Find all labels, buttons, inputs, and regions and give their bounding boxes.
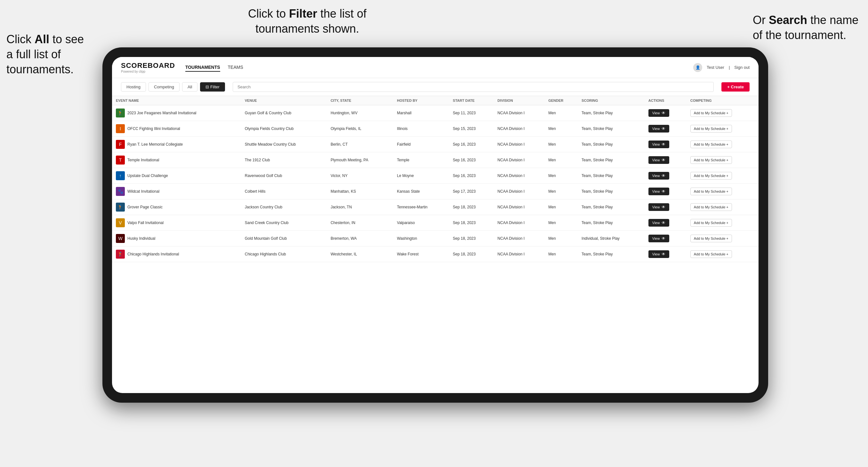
- cell-competing-8: Add to My Schedule +: [686, 231, 758, 246]
- cell-gender-6: Men: [545, 199, 578, 215]
- logo-area: SCOREBOARD Powered by clipp: [121, 61, 175, 73]
- filter-bar: Hosting Competing All ⊟ Filter + Create: [112, 78, 758, 96]
- view-label-1: View: [652, 127, 660, 131]
- cell-venue-0: Guyan Golf & Country Club: [241, 105, 327, 121]
- create-button[interactable]: + Create: [721, 82, 750, 92]
- cell-gender-1: Men: [545, 121, 578, 137]
- col-city-state: CITY, STATE: [327, 96, 393, 105]
- team-logo-6: 🏌: [116, 203, 125, 212]
- event-name-9: Chicago Highlands Invitational: [127, 252, 179, 256]
- eye-icon-5: 👁: [661, 189, 665, 194]
- cell-city-0: Huntington, WV: [327, 105, 393, 121]
- add-schedule-button-2[interactable]: Add to My Schedule +: [690, 141, 732, 148]
- view-button-8[interactable]: View 👁: [648, 235, 670, 242]
- cell-scoring-4: Team, Stroke Play: [578, 168, 645, 184]
- cell-date-5: Sep 17, 2023: [449, 184, 494, 199]
- cell-venue-2: Shuttle Meadow Country Club: [241, 137, 327, 152]
- nav-links: TOURNAMENTS TEAMS: [185, 63, 693, 72]
- cell-event-name-3: T Temple Invitational: [112, 152, 241, 168]
- table-row: 🏌 Chicago Highlands Invitational Chicago…: [112, 246, 758, 262]
- view-button-9[interactable]: View 👁: [648, 250, 670, 258]
- view-button-5[interactable]: View 👁: [648, 188, 670, 195]
- cell-scoring-1: Team, Stroke Play: [578, 121, 645, 137]
- view-button-2[interactable]: View 👁: [648, 141, 670, 148]
- add-schedule-button-9[interactable]: Add to My Schedule +: [690, 250, 732, 258]
- filter-hosting[interactable]: Hosting: [121, 82, 146, 92]
- cell-competing-0: Add to My Schedule +: [686, 105, 758, 121]
- cell-venue-6: Jackson Country Club: [241, 199, 327, 215]
- add-schedule-button-0[interactable]: Add to My Schedule +: [690, 109, 732, 117]
- cell-hosted-8: Washington: [393, 231, 449, 246]
- cell-city-8: Bremerton, WA: [327, 231, 393, 246]
- cell-venue-3: The 1912 Club: [241, 152, 327, 168]
- team-logo-3: T: [116, 156, 125, 164]
- event-name-1: OFCC Fighting Illini Invitational: [127, 126, 180, 131]
- cell-hosted-1: Illinois: [393, 121, 449, 137]
- col-competing: COMPETING: [686, 96, 758, 105]
- col-hosted-by: HOSTED BY: [393, 96, 449, 105]
- add-schedule-button-3[interactable]: Add to My Schedule +: [690, 156, 732, 164]
- view-label-0: View: [652, 111, 660, 115]
- view-button-4[interactable]: View 👁: [648, 172, 670, 180]
- filter-all[interactable]: All: [182, 82, 197, 92]
- cell-event-name-7: V Valpo Fall Invitational: [112, 215, 241, 231]
- cell-venue-4: Ravenwood Golf Club: [241, 168, 327, 184]
- view-button-3[interactable]: View 👁: [648, 156, 670, 164]
- cell-event-name-5: 🐾 Wildcat Invitational: [112, 184, 241, 199]
- add-schedule-button-6[interactable]: Add to My Schedule +: [690, 203, 732, 211]
- add-schedule-button-7[interactable]: Add to My Schedule +: [690, 219, 732, 227]
- cell-competing-9: Add to My Schedule +: [686, 246, 758, 262]
- cell-event-name-9: 🏌 Chicago Highlands Invitational: [112, 246, 241, 262]
- add-schedule-button-1[interactable]: Add to My Schedule +: [690, 125, 732, 132]
- table-row: 🏌 Grover Page Classic Jackson Country Cl…: [112, 199, 758, 215]
- table-row: T Temple Invitational The 1912 Club Plym…: [112, 152, 758, 168]
- cell-city-5: Manhattan, KS: [327, 184, 393, 199]
- cell-gender-3: Men: [545, 152, 578, 168]
- cell-venue-5: Colbert Hills: [241, 184, 327, 199]
- cell-event-name-1: I OFCC Fighting Illini Invitational: [112, 121, 241, 137]
- cell-date-3: Sep 16, 2023: [449, 152, 494, 168]
- signout-link[interactable]: Sign out: [734, 65, 750, 70]
- cell-hosted-4: Le Moyne: [393, 168, 449, 184]
- cell-venue-7: Sand Creek Country Club: [241, 215, 327, 231]
- cell-date-6: Sep 18, 2023: [449, 199, 494, 215]
- cell-competing-6: Add to My Schedule +: [686, 199, 758, 215]
- cell-gender-9: Men: [545, 246, 578, 262]
- view-button-0[interactable]: View 👁: [648, 109, 670, 117]
- filter-competing[interactable]: Competing: [149, 82, 180, 92]
- cell-actions-8: View 👁: [645, 231, 686, 246]
- table-row: I OFCC Fighting Illini Invitational Olym…: [112, 121, 758, 137]
- nav-teams[interactable]: TEAMS: [228, 63, 243, 72]
- tablet-screen: SCOREBOARD Powered by clipp TOURNAMENTS …: [112, 57, 758, 393]
- cell-gender-0: Men: [545, 105, 578, 121]
- cell-city-2: Berlin, CT: [327, 137, 393, 152]
- cell-competing-7: Add to My Schedule +: [686, 215, 758, 231]
- cell-scoring-8: Individual, Stroke Play: [578, 231, 645, 246]
- table-row: 🐾 Wildcat Invitational Colbert Hills Man…: [112, 184, 758, 199]
- user-avatar: 👤: [693, 63, 702, 72]
- view-button-7[interactable]: View 👁: [648, 219, 670, 227]
- col-venue: VENUE: [241, 96, 327, 105]
- team-logo-9: 🏌: [116, 250, 125, 259]
- col-event-name: EVENT NAME: [112, 96, 241, 105]
- cell-actions-6: View 👁: [645, 199, 686, 215]
- cell-actions-2: View 👁: [645, 137, 686, 152]
- table-row: W Husky Individual Gold Mountain Golf Cl…: [112, 231, 758, 246]
- cell-event-name-4: ↑ Upstate Dual Challenge: [112, 168, 241, 184]
- eye-icon-8: 👁: [661, 236, 665, 241]
- cell-actions-3: View 👁: [645, 152, 686, 168]
- search-input[interactable]: [233, 82, 714, 92]
- table-header: EVENT NAME VENUE CITY, STATE HOSTED BY S…: [112, 96, 758, 105]
- add-schedule-button-8[interactable]: Add to My Schedule +: [690, 235, 732, 242]
- cell-division-2: NCAA Division I: [494, 137, 545, 152]
- filter-button[interactable]: ⊟ Filter: [200, 82, 225, 92]
- top-nav: SCOREBOARD Powered by clipp TOURNAMENTS …: [112, 57, 758, 78]
- cell-date-4: Sep 16, 2023: [449, 168, 494, 184]
- add-schedule-button-4[interactable]: Add to My Schedule +: [690, 172, 732, 180]
- eye-icon-1: 👁: [661, 126, 665, 131]
- add-schedule-button-5[interactable]: Add to My Schedule +: [690, 188, 732, 195]
- view-button-6[interactable]: View 👁: [648, 203, 670, 211]
- nav-tournaments[interactable]: TOURNAMENTS: [185, 63, 220, 72]
- cell-gender-8: Men: [545, 231, 578, 246]
- view-button-1[interactable]: View 👁: [648, 125, 670, 132]
